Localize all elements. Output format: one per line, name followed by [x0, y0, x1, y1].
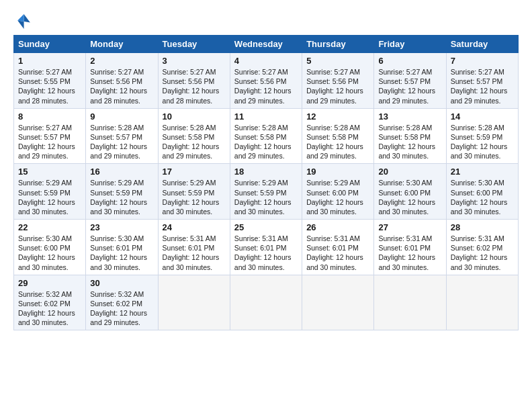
- day-number: 1: [18, 56, 81, 66]
- col-header-sunday: Sunday: [14, 36, 86, 53]
- day-number: 30: [90, 278, 153, 288]
- day-number: 8: [18, 111, 81, 122]
- day-number: 3: [163, 56, 226, 66]
- day-number: 23: [90, 222, 153, 232]
- day-info: Sunrise: 5:32 AMSunset: 6:02 PMDaylight:…: [90, 290, 147, 327]
- calendar-cell: 30 Sunrise: 5:32 AMSunset: 6:02 PMDaylig…: [86, 275, 158, 330]
- calendar-cell: 10 Sunrise: 5:28 AMSunset: 5:58 PMDaylig…: [158, 108, 230, 164]
- svg-marker-0: [17, 14, 30, 29]
- day-info: Sunrise: 5:31 AMSunset: 6:01 PMDaylight:…: [306, 234, 363, 271]
- calendar-cell: 16 Sunrise: 5:29 AMSunset: 5:59 PMDaylig…: [86, 164, 158, 220]
- day-number: 24: [163, 222, 226, 232]
- calendar-header-row: SundayMondayTuesdayWednesdayThursdayFrid…: [14, 36, 519, 53]
- calendar-cell: 14 Sunrise: 5:28 AMSunset: 5:59 PMDaylig…: [446, 108, 518, 164]
- calendar-cell: [302, 275, 374, 330]
- day-number: 29: [18, 278, 81, 288]
- calendar-cell: [446, 275, 518, 330]
- day-number: 6: [378, 56, 441, 66]
- day-info: Sunrise: 5:31 AMSunset: 6:01 PMDaylight:…: [163, 234, 220, 271]
- day-number: 21: [451, 167, 514, 177]
- calendar-cell: [374, 275, 446, 330]
- day-number: 10: [163, 111, 226, 122]
- calendar-cell: 5 Sunrise: 5:27 AMSunset: 5:56 PMDayligh…: [302, 53, 374, 109]
- day-info: Sunrise: 5:30 AMSunset: 6:00 PMDaylight:…: [451, 179, 508, 216]
- day-info: Sunrise: 5:31 AMSunset: 6:02 PMDaylight:…: [451, 234, 508, 271]
- day-info: Sunrise: 5:29 AMSunset: 5:59 PMDaylight:…: [234, 179, 292, 216]
- day-number: 5: [306, 56, 369, 66]
- calendar-cell: 12 Sunrise: 5:28 AMSunset: 5:58 PMDaylig…: [302, 108, 374, 164]
- calendar-cell: 19 Sunrise: 5:29 AMSunset: 6:00 PMDaylig…: [302, 164, 374, 220]
- calendar-cell: 8 Sunrise: 5:27 AMSunset: 5:57 PMDayligh…: [14, 108, 86, 164]
- day-info: Sunrise: 5:27 AMSunset: 5:57 PMDaylight:…: [451, 68, 508, 105]
- day-number: 26: [306, 222, 369, 232]
- calendar-cell: 28 Sunrise: 5:31 AMSunset: 6:02 PMDaylig…: [446, 220, 518, 275]
- day-number: 11: [234, 111, 298, 122]
- day-number: 28: [451, 222, 514, 232]
- svg-marker-1: [17, 14, 24, 21]
- day-info: Sunrise: 5:28 AMSunset: 5:58 PMDaylight:…: [378, 124, 435, 161]
- day-info: Sunrise: 5:29 AMSunset: 5:59 PMDaylight:…: [18, 179, 75, 216]
- day-info: Sunrise: 5:30 AMSunset: 6:01 PMDaylight:…: [90, 234, 147, 271]
- col-header-tuesday: Tuesday: [158, 36, 230, 53]
- calendar-cell: 26 Sunrise: 5:31 AMSunset: 6:01 PMDaylig…: [302, 220, 374, 275]
- calendar-cell: [158, 275, 230, 330]
- day-info: Sunrise: 5:31 AMSunset: 6:01 PMDaylight:…: [234, 234, 292, 271]
- logo-icon: [13, 12, 32, 31]
- day-number: 15: [18, 167, 81, 177]
- calendar-cell: 25 Sunrise: 5:31 AMSunset: 6:01 PMDaylig…: [230, 220, 302, 275]
- week-row-4: 22 Sunrise: 5:30 AMSunset: 6:00 PMDaylig…: [14, 220, 519, 275]
- week-row-3: 15 Sunrise: 5:29 AMSunset: 5:59 PMDaylig…: [14, 164, 519, 220]
- calendar-cell: 23 Sunrise: 5:30 AMSunset: 6:01 PMDaylig…: [86, 220, 158, 275]
- day-info: Sunrise: 5:30 AMSunset: 6:00 PMDaylight:…: [378, 179, 435, 216]
- calendar-cell: 6 Sunrise: 5:27 AMSunset: 5:57 PMDayligh…: [374, 53, 446, 109]
- day-number: 19: [306, 167, 369, 177]
- day-info: Sunrise: 5:28 AMSunset: 5:58 PMDaylight:…: [234, 124, 292, 161]
- day-number: 27: [378, 222, 441, 232]
- day-number: 25: [234, 222, 298, 232]
- day-info: Sunrise: 5:30 AMSunset: 6:00 PMDaylight:…: [18, 234, 75, 271]
- day-info: Sunrise: 5:29 AMSunset: 5:59 PMDaylight:…: [163, 179, 220, 216]
- day-number: 4: [234, 56, 298, 66]
- calendar-cell: 7 Sunrise: 5:27 AMSunset: 5:57 PMDayligh…: [446, 53, 518, 109]
- col-header-thursday: Thursday: [302, 36, 374, 53]
- day-info: Sunrise: 5:27 AMSunset: 5:57 PMDaylight:…: [18, 124, 75, 161]
- week-row-1: 1 Sunrise: 5:27 AMSunset: 5:55 PMDayligh…: [14, 53, 519, 109]
- day-info: Sunrise: 5:27 AMSunset: 5:57 PMDaylight:…: [378, 68, 435, 105]
- calendar-cell: 13 Sunrise: 5:28 AMSunset: 5:58 PMDaylig…: [374, 108, 446, 164]
- day-number: 16: [90, 167, 153, 177]
- page-container: SundayMondayTuesdayWednesdayThursdayFrid…: [0, 0, 532, 337]
- calendar-cell: 21 Sunrise: 5:30 AMSunset: 6:00 PMDaylig…: [446, 164, 518, 220]
- logo: [13, 12, 35, 31]
- day-info: Sunrise: 5:27 AMSunset: 5:55 PMDaylight:…: [18, 68, 75, 105]
- day-number: 13: [378, 111, 441, 122]
- calendar-table: SundayMondayTuesdayWednesdayThursdayFrid…: [13, 35, 519, 330]
- day-info: Sunrise: 5:27 AMSunset: 5:56 PMDaylight:…: [306, 68, 363, 105]
- col-header-wednesday: Wednesday: [230, 36, 302, 53]
- week-row-5: 29 Sunrise: 5:32 AMSunset: 6:02 PMDaylig…: [14, 275, 519, 330]
- calendar-cell: [230, 275, 302, 330]
- week-row-2: 8 Sunrise: 5:27 AMSunset: 5:57 PMDayligh…: [14, 108, 519, 164]
- day-info: Sunrise: 5:28 AMSunset: 5:58 PMDaylight:…: [163, 124, 220, 161]
- calendar-cell: 4 Sunrise: 5:27 AMSunset: 5:56 PMDayligh…: [230, 53, 302, 109]
- calendar-cell: 1 Sunrise: 5:27 AMSunset: 5:55 PMDayligh…: [14, 53, 86, 109]
- page-header: [13, 12, 519, 31]
- calendar-cell: 9 Sunrise: 5:28 AMSunset: 5:57 PMDayligh…: [86, 108, 158, 164]
- col-header-monday: Monday: [86, 36, 158, 53]
- day-info: Sunrise: 5:28 AMSunset: 5:59 PMDaylight:…: [451, 124, 508, 161]
- day-number: 12: [306, 111, 369, 122]
- calendar-cell: 2 Sunrise: 5:27 AMSunset: 5:56 PMDayligh…: [86, 53, 158, 109]
- day-info: Sunrise: 5:28 AMSunset: 5:57 PMDaylight:…: [90, 124, 147, 161]
- day-info: Sunrise: 5:31 AMSunset: 6:01 PMDaylight:…: [378, 234, 435, 271]
- col-header-friday: Friday: [374, 36, 446, 53]
- calendar-cell: 24 Sunrise: 5:31 AMSunset: 6:01 PMDaylig…: [158, 220, 230, 275]
- day-info: Sunrise: 5:27 AMSunset: 5:56 PMDaylight:…: [90, 68, 147, 105]
- day-number: 2: [90, 56, 153, 66]
- day-info: Sunrise: 5:28 AMSunset: 5:58 PMDaylight:…: [306, 124, 363, 161]
- col-header-saturday: Saturday: [446, 36, 518, 53]
- day-number: 22: [18, 222, 81, 232]
- day-number: 7: [451, 56, 514, 66]
- calendar-cell: 3 Sunrise: 5:27 AMSunset: 5:56 PMDayligh…: [158, 53, 230, 109]
- calendar-cell: 22 Sunrise: 5:30 AMSunset: 6:00 PMDaylig…: [14, 220, 86, 275]
- day-number: 20: [378, 167, 441, 177]
- calendar-cell: 15 Sunrise: 5:29 AMSunset: 5:59 PMDaylig…: [14, 164, 86, 220]
